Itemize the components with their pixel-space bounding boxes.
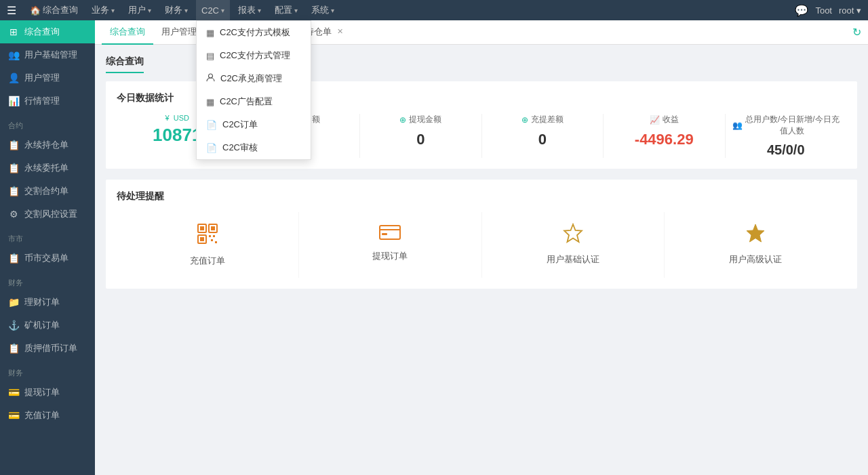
sidebar-section-finance2: 财务: [0, 363, 95, 381]
star-filled-icon: [671, 223, 840, 248]
nav-item-system[interactable]: 系统 ▾: [306, 0, 340, 20]
c2c-dropdown-item-0[interactable]: ▦ C2C支付方式模板: [197, 21, 311, 44]
pending-item-withdraw[interactable]: 提现订单: [299, 212, 481, 278]
c2c-dd-icon-1: ▤: [206, 51, 214, 61]
sidebar-item-delivery-contract[interactable]: 📋 交割合约单: [0, 180, 95, 203]
sidebar-item-pledge-order[interactable]: 📋 质押借币订单: [0, 337, 95, 360]
doc-icon: 📋: [8, 163, 19, 173]
tab-close-perpetual[interactable]: ✕: [337, 27, 343, 36]
sidebar-item-delivery-risk[interactable]: ⚙ 交割风控设置: [0, 203, 95, 226]
users-icon2: 👥: [732, 121, 743, 130]
user-icon: 👤: [8, 73, 19, 83]
sidebar-item-label: 交割合约单: [24, 185, 68, 197]
c2c-dropdown-item-2[interactable]: C2C承兑商管理: [197, 67, 311, 90]
stat-users-label: 👥 总用户数/今日新增/今日充值人数: [732, 114, 840, 137]
sidebar-item-label: 行情管理: [24, 95, 60, 107]
chevron-down-icon: ▾: [221, 7, 224, 14]
nav-item-finance[interactable]: 财务 ▾: [159, 0, 193, 20]
svg-marker-14: [564, 224, 582, 242]
sidebar-item-withdraw[interactable]: 💳 提现订单: [0, 381, 95, 404]
sidebar-item-label: 永续委托单: [24, 162, 68, 174]
top-nav-left: ☰ 🏠 综合查询 业务 ▾ 用户 ▾ 财务 ▾ C2C ▾ ▦ C2C支付方式模…: [7, 0, 795, 20]
card-icon: 💳: [8, 387, 19, 398]
c2c-dropdown-item-1[interactable]: ▤ C2C支付方式管理: [197, 44, 311, 67]
chevron-down-icon: ▾: [111, 7, 115, 14]
pending-advanced-auth-label: 用户高级认证: [671, 253, 840, 266]
stat-item-withdraw: ⊕ 提现金额 0: [360, 114, 482, 158]
circle-icon: ⊕: [399, 115, 406, 125]
nav-c2c-label: C2C: [201, 5, 219, 16]
sidebar-item-miner-order[interactable]: ⚓ 矿机订单: [0, 314, 95, 337]
c2c-dropdown-item-4[interactable]: 📄 C2C订单: [197, 113, 311, 136]
svg-rect-4: [211, 226, 215, 230]
nav-item-report[interactable]: 报表 ▾: [233, 0, 267, 20]
users-icon: 👥: [8, 49, 19, 60]
chart-up-icon: 📈: [650, 115, 660, 125]
nav-item-user[interactable]: 用户 ▾: [123, 0, 157, 20]
stat-item-users: 👥 总用户数/今日新增/今日充值人数 45/0/0: [726, 114, 847, 158]
sidebar-item-recharge[interactable]: 💳 充值订单: [0, 404, 95, 427]
doc-icon: 📋: [8, 140, 19, 150]
stat-revenue-label: 📈 收益: [610, 114, 718, 125]
chat-icon[interactable]: 💬: [795, 4, 808, 17]
nav-item-c2c[interactable]: C2C ▾ ▦ C2C支付方式模板 ▤ C2C支付方式管理 C2C承兑商管理: [196, 0, 230, 20]
main-layout: ⊞ 综合查询 👥 用户基础管理 👤 用户管理 📊 行情管理 合约 📋 永续持仓单…: [0, 20, 868, 475]
sidebar-item-perpetual-position[interactable]: 📋 永续持仓单: [0, 133, 95, 157]
sidebar-item-market[interactable]: 📊 行情管理: [0, 89, 95, 112]
pending-section: 待处理提醒: [106, 180, 857, 289]
svg-rect-6: [200, 237, 204, 241]
top-nav: ☰ 🏠 综合查询 业务 ▾ 用户 ▾ 财务 ▾ C2C ▾ ▦ C2C支付方式模…: [0, 0, 868, 20]
sidebar-item-user-manage[interactable]: 👤 用户管理: [0, 66, 95, 89]
sidebar-item-label: 充值订单: [24, 409, 60, 421]
menu-icon[interactable]: ☰: [7, 4, 16, 17]
svg-rect-11: [380, 226, 400, 239]
c2c-dd-icon-0: ▦: [206, 28, 214, 38]
c2c-dd-icon-2: [206, 73, 215, 84]
card-icon2: [306, 223, 474, 245]
sidebar-item-user-basic[interactable]: 👥 用户基础管理: [0, 43, 95, 66]
sidebar-item-financial-order[interactable]: 📁 理财订单: [0, 291, 95, 314]
pending-basic-auth-label: 用户基础认证: [489, 253, 657, 266]
nav-item-home[interactable]: 🏠 综合查询: [24, 0, 83, 20]
sidebar-item-label: 提现订单: [24, 386, 60, 398]
pending-items: 充值订单 提现订单: [117, 212, 846, 278]
pending-withdraw-label: 提现订单: [306, 250, 474, 262]
pending-item-advanced-auth[interactable]: 用户高级认证: [665, 212, 846, 278]
pending-item-recharge[interactable]: 充值订单: [117, 212, 299, 278]
sidebar-item-perpetual-delegate[interactable]: 📋 永续委托单: [0, 157, 95, 180]
c2c-dd-label-2: C2C承兑商管理: [220, 73, 282, 85]
sidebar-item-label: 交割风控设置: [24, 208, 77, 220]
c2c-dropdown-item-5[interactable]: 📄 C2C审核: [197, 136, 311, 159]
sidebar-section-coin: 市市: [0, 228, 95, 247]
folder-icon: 📁: [8, 297, 19, 308]
svg-rect-10: [215, 241, 217, 243]
pending-title: 待处理提醒: [117, 190, 846, 203]
usd-prefix: ¥ USD: [165, 114, 189, 122]
sidebar-item-label: 用户基础管理: [24, 49, 77, 61]
sidebar-item-label: 理财订单: [24, 296, 60, 308]
c2c-dd-label-1: C2C支付方式管理: [220, 49, 290, 62]
chart-icon: 📊: [8, 96, 19, 106]
tab-bar-right: ↻: [852, 26, 861, 39]
nav-user-label: 用户: [128, 4, 146, 16]
c2c-dropdown-item-3[interactable]: ▦ C2C广告配置: [197, 90, 311, 113]
sidebar-item-label: 综合查询: [24, 26, 60, 38]
svg-rect-13: [382, 233, 387, 235]
breadcrumb: 综合查询: [106, 56, 144, 73]
sidebar-item-coin-trade[interactable]: 📋 币市交易单: [0, 247, 95, 270]
user-menu[interactable]: root ▾: [839, 5, 861, 16]
nav-item-config[interactable]: 配置 ▾: [269, 0, 303, 20]
nav-business-label: 业务: [92, 4, 109, 16]
tab-dashboard[interactable]: 综合查询: [102, 20, 153, 45]
refresh-icon[interactable]: ↻: [852, 26, 861, 38]
sidebar-item-label: 质押借币订单: [24, 342, 77, 354]
svg-rect-9: [211, 239, 213, 241]
toot-label: Toot: [815, 5, 832, 16]
pending-item-basic-auth[interactable]: 用户基础认证: [482, 212, 665, 278]
svg-rect-8: [213, 235, 215, 237]
c2c-dd-label-5: C2C审核: [222, 142, 258, 154]
sidebar-item-dashboard[interactable]: ⊞ 综合查询: [0, 20, 95, 43]
nav-item-business[interactable]: 业务 ▾: [86, 0, 120, 20]
doc-icon: 📋: [8, 253, 19, 264]
nav-config-label: 配置: [275, 4, 292, 16]
